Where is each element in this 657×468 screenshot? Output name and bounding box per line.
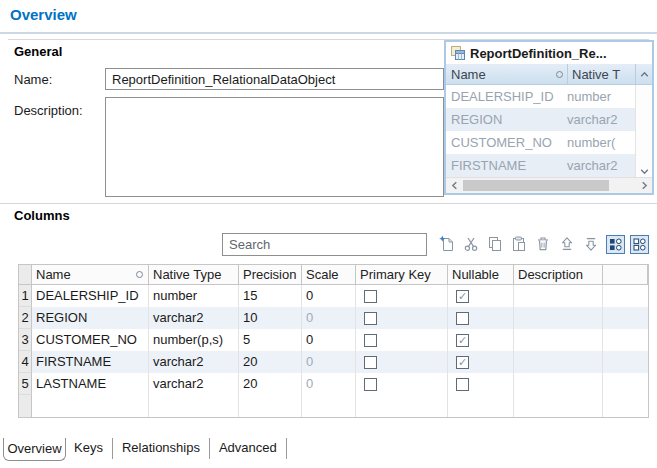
row-number[interactable]: 3 — [19, 329, 32, 351]
row-number[interactable]: 1 — [19, 285, 32, 307]
cell-precision[interactable]: 15 — [239, 285, 302, 307]
cell-precision[interactable]: 5 — [239, 329, 302, 351]
preview-panel-title: ReportDefinition_Re... — [470, 46, 607, 61]
copy-button[interactable] — [485, 234, 505, 254]
scroll-down-icon[interactable] — [636, 168, 652, 175]
cell-description[interactable] — [514, 285, 603, 307]
nullable-checkbox[interactable] — [456, 290, 469, 303]
preview-header-native-type[interactable]: Native T — [568, 64, 635, 84]
copy-icon — [486, 235, 504, 253]
cell-name[interactable]: DEALERSHIP_ID — [32, 285, 149, 307]
cell-description[interactable] — [514, 329, 603, 351]
data-object-icon — [451, 46, 465, 60]
cell-spacer — [603, 329, 648, 351]
general-section-title: General — [14, 44, 62, 59]
nullable-checkbox[interactable] — [456, 356, 469, 369]
cell-precision[interactable]: 20 — [239, 373, 302, 395]
cell-precision[interactable]: 10 — [239, 307, 302, 329]
nullable-checkbox[interactable] — [456, 378, 469, 391]
cut-icon — [462, 235, 480, 253]
nullable-checkbox[interactable] — [456, 334, 469, 347]
move-up-button[interactable] — [557, 234, 577, 254]
cell-precision[interactable]: 20 — [239, 351, 302, 373]
cell-name[interactable]: LASTNAME — [32, 373, 149, 395]
cell-native-type[interactable]: number(p,s) — [149, 329, 239, 351]
header-description[interactable]: Description — [514, 265, 603, 285]
new-column-button[interactable] — [437, 234, 457, 254]
cell-native-type[interactable]: varchar2 — [149, 373, 239, 395]
preview-vertical-scrollbar[interactable] — [635, 85, 652, 177]
table-row[interactable]: 3 CUSTOMER_NO number(p,s) 5 0 — [19, 329, 648, 351]
data-object-preview-panel: ReportDefinition_Re... Name Native T DEA… — [444, 40, 654, 195]
preview-row: REGIONvarchar2 — [446, 108, 635, 131]
row-number[interactable]: 5 — [19, 373, 32, 395]
tab-keys[interactable]: Keys — [65, 438, 113, 459]
sort-indicator-icon — [136, 271, 143, 278]
move-down-button[interactable] — [581, 234, 601, 254]
delete-icon — [534, 235, 552, 253]
tab-relationships[interactable]: Relationships — [113, 438, 210, 459]
cell-scale[interactable]: 0 — [302, 285, 356, 307]
show-details-button[interactable] — [605, 234, 625, 254]
cell-description[interactable] — [514, 373, 603, 395]
primary-key-checkbox[interactable] — [364, 312, 377, 325]
cell-spacer — [603, 307, 648, 329]
cell-native-type[interactable]: number — [149, 285, 239, 307]
grid-filled-icon — [606, 235, 625, 254]
cell-scale[interactable]: 0 — [302, 329, 356, 351]
preview-row: DEALERSHIP_IDnumber — [446, 85, 635, 108]
delete-button[interactable] — [533, 234, 553, 254]
sort-indicator-icon — [556, 71, 563, 78]
description-field[interactable] — [105, 97, 444, 197]
move-down-icon — [582, 235, 600, 253]
primary-key-checkbox[interactable] — [364, 334, 377, 347]
name-field[interactable] — [105, 68, 444, 90]
primary-key-checkbox[interactable] — [364, 356, 377, 369]
preview-horizontal-scrollbar[interactable] — [446, 177, 652, 193]
cell-spacer — [603, 285, 648, 307]
header-spacer — [603, 265, 648, 285]
cell-spacer — [603, 373, 648, 395]
primary-key-checkbox[interactable] — [364, 378, 377, 391]
cut-button[interactable] — [461, 234, 481, 254]
cell-scale[interactable]: 0 — [302, 351, 356, 373]
grid-outline-icon — [630, 235, 649, 254]
header-native-type[interactable]: Native Type — [149, 265, 239, 285]
header-precision[interactable]: Precision — [239, 265, 302, 285]
name-label: Name: — [14, 72, 52, 87]
header-name[interactable]: Name — [32, 265, 149, 285]
header-primary-key[interactable]: Primary Key — [356, 265, 448, 285]
preview-header-name[interactable]: Name — [446, 64, 568, 84]
row-number[interactable]: 2 — [19, 307, 32, 329]
primary-key-checkbox[interactable] — [364, 290, 377, 303]
nullable-checkbox[interactable] — [456, 312, 469, 325]
title-divider — [0, 32, 657, 34]
cell-description[interactable] — [514, 307, 603, 329]
cell-description[interactable] — [514, 351, 603, 373]
cell-native-type[interactable]: varchar2 — [149, 351, 239, 373]
scrollbar-thumb[interactable] — [463, 180, 609, 191]
row-number[interactable]: 4 — [19, 351, 32, 373]
table-row[interactable]: 5 LASTNAME varchar2 20 0 — [19, 373, 648, 395]
header-scale[interactable]: Scale — [302, 265, 356, 285]
table-row[interactable]: 4 FIRSTNAME varchar2 20 0 — [19, 351, 648, 373]
cell-name[interactable]: FIRSTNAME — [32, 351, 149, 373]
cell-name[interactable]: CUSTOMER_NO — [32, 329, 149, 351]
table-row[interactable]: 2 REGION varchar2 10 0 — [19, 307, 648, 329]
cell-scale[interactable]: 0 — [302, 307, 356, 329]
search-input[interactable] — [222, 233, 427, 256]
paste-button[interactable] — [509, 234, 529, 254]
tab-overview[interactable]: Overview — [3, 438, 66, 461]
table-row[interactable]: 1 DEALERSHIP_ID number 15 0 — [19, 285, 648, 307]
scroll-left-icon[interactable] — [446, 178, 462, 193]
cell-native-type[interactable]: varchar2 — [149, 307, 239, 329]
cell-scale[interactable]: 0 — [302, 373, 356, 395]
cell-name[interactable]: REGION — [32, 307, 149, 329]
header-nullable[interactable]: Nullable — [448, 265, 514, 285]
table-row-empty — [19, 395, 648, 417]
tab-advanced[interactable]: Advanced — [210, 438, 287, 459]
scroll-up-icon[interactable] — [635, 64, 652, 84]
columns-table-header: Name Native Type Precision Scale Primary… — [19, 265, 648, 285]
scroll-right-icon[interactable] — [636, 178, 652, 193]
hide-details-button[interactable] — [629, 234, 649, 254]
